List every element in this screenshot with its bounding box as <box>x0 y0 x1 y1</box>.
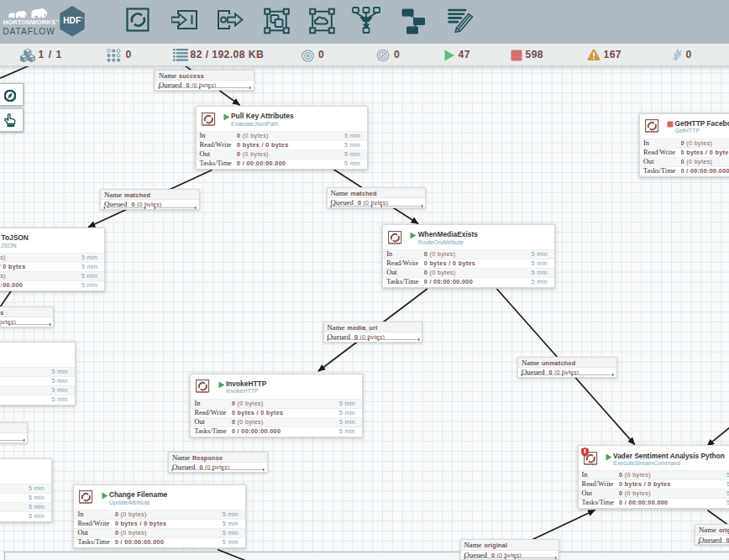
svg-text:HDF: HDF <box>63 17 81 26</box>
svg-text:™: ™ <box>80 17 83 20</box>
